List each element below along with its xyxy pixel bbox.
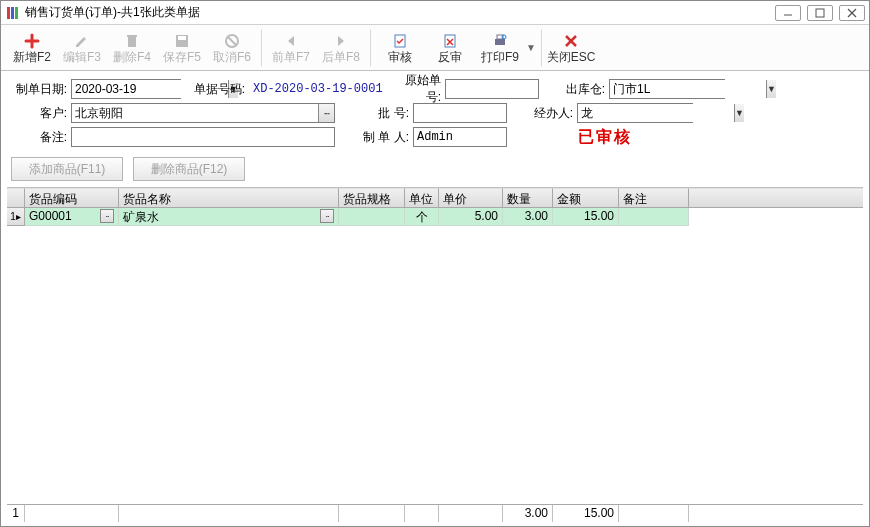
add-item-button[interactable]: 添加商品(F11) <box>11 157 123 181</box>
save-icon <box>173 32 191 50</box>
app-icon <box>5 5 21 21</box>
memo-label: 备注: <box>9 129 67 146</box>
col-amt[interactable]: 金额 <box>553 188 619 208</box>
footer-spec <box>339 505 405 522</box>
memo-input[interactable] <box>71 127 335 147</box>
unapprove-button[interactable]: 反审 <box>425 27 475 69</box>
col-unit[interactable]: 单位 <box>405 188 439 208</box>
delete-item-button[interactable]: 删除商品(F12) <box>133 157 245 181</box>
prev-label: 前单F7 <box>272 51 310 63</box>
cell-amt[interactable]: 15.00 <box>553 208 619 226</box>
svg-rect-8 <box>127 35 137 37</box>
grid-body[interactable]: 1▸ G00001·· 矿泉水·· 个 5.00 3.00 15.00 <box>7 208 863 504</box>
footer-spacer <box>689 505 863 522</box>
arrow-left-icon <box>282 32 300 50</box>
cell-code[interactable]: G00001·· <box>25 208 119 226</box>
delete-label: 删除F4 <box>113 51 151 63</box>
ellipsis-icon[interactable]: ··· <box>318 104 334 122</box>
outwh-label: 出库仓: <box>555 81 605 98</box>
docno-label: 单据号码: <box>185 81 245 98</box>
ellipsis-icon[interactable]: ·· <box>100 209 114 223</box>
add-label: 新增F2 <box>13 51 51 63</box>
delete-button[interactable]: 删除F4 <box>107 27 157 69</box>
close-icon <box>562 32 580 50</box>
cust-label: 客户: <box>9 105 67 122</box>
footer-amt: 15.00 <box>553 505 619 522</box>
batch-input[interactable] <box>413 103 507 123</box>
cell-price[interactable]: 5.00 <box>439 208 503 226</box>
cancel-label: 取消F6 <box>213 51 251 63</box>
col-code[interactable]: 货品编码 <box>25 188 119 208</box>
svg-line-12 <box>228 37 236 45</box>
col-memo[interactable]: 备注 <box>619 188 689 208</box>
approved-stamp: 已审核 <box>523 127 687 148</box>
cust-lookup[interactable]: ··· <box>71 103 335 123</box>
col-spacer <box>689 188 863 208</box>
svg-rect-7 <box>128 37 136 47</box>
cancel-button[interactable]: 取消F6 <box>207 27 257 69</box>
item-buttons: 添加商品(F11) 删除商品(F12) <box>1 153 869 187</box>
approve-button[interactable]: 审核 <box>375 27 425 69</box>
add-button[interactable]: 新增F2 <box>7 27 57 69</box>
date-combo[interactable]: ▼ <box>71 79 181 99</box>
trash-icon <box>123 32 141 50</box>
edit-button[interactable]: 编辑F3 <box>57 27 107 69</box>
minimize-button[interactable] <box>775 5 801 21</box>
handler-combo[interactable]: ▼ <box>577 103 693 123</box>
approve-label: 审核 <box>388 51 412 63</box>
close-label: 关闭ESC <box>547 51 596 63</box>
separator <box>541 30 542 66</box>
save-button[interactable]: 保存F5 <box>157 27 207 69</box>
next-button[interactable]: 后单F8 <box>316 27 366 69</box>
print-icon <box>491 32 509 50</box>
pencil-icon <box>73 32 91 50</box>
handler-input[interactable] <box>578 104 734 122</box>
print-label: 打印F9 <box>481 51 519 63</box>
cell-spec[interactable] <box>339 208 405 226</box>
maximize-button[interactable] <box>807 5 833 21</box>
cell-memo[interactable] <box>619 208 689 226</box>
edit-label: 编辑F3 <box>63 51 101 63</box>
col-price[interactable]: 单价 <box>439 188 503 208</box>
prev-button[interactable]: 前单F7 <box>266 27 316 69</box>
svg-rect-2 <box>15 7 18 19</box>
outwh-combo[interactable]: ▼ <box>609 79 725 99</box>
save-label: 保存F5 <box>163 51 201 63</box>
footer-memo <box>619 505 689 522</box>
undo-doc-icon <box>441 32 459 50</box>
footer-idx: 1 <box>7 505 25 522</box>
table-row[interactable]: 1▸ G00001·· 矿泉水·· 个 5.00 3.00 15.00 <box>7 208 863 226</box>
ellipsis-icon[interactable]: ·· <box>320 209 334 223</box>
print-dropdown[interactable]: ▼ <box>525 42 537 53</box>
maker-input[interactable] <box>413 127 507 147</box>
form-area: 制单日期: ▼ 单据号码: XD-2020-03-19-0001 原始单号: 出… <box>1 71 869 153</box>
cell-unit[interactable]: 个 <box>405 208 439 226</box>
svg-rect-10 <box>178 36 186 40</box>
window-title: 销售订货单(订单)-共1张此类单据 <box>25 4 775 21</box>
titlebar: 销售订货单(订单)-共1张此类单据 <box>1 1 869 25</box>
toolbar: 新增F2 编辑F3 删除F4 保存F5 取消F6 前单F7 后单F8 审核 反审… <box>1 25 869 71</box>
cell-name[interactable]: 矿泉水·· <box>119 208 339 226</box>
footer-name <box>119 505 339 522</box>
svg-rect-0 <box>7 7 10 19</box>
close-toolbar-button[interactable]: 关闭ESC <box>546 27 596 69</box>
arrow-right-icon <box>332 32 350 50</box>
handler-label: 经办人: <box>523 105 573 122</box>
dropdown-icon[interactable]: ▼ <box>766 80 776 98</box>
close-button[interactable] <box>839 5 865 21</box>
col-indicator <box>7 188 25 208</box>
outwh-input[interactable] <box>610 80 766 98</box>
col-qty[interactable]: 数量 <box>503 188 553 208</box>
col-spec[interactable]: 货品规格 <box>339 188 405 208</box>
cust-input[interactable] <box>72 104 318 122</box>
footer-code <box>25 505 119 522</box>
maker-label: 制 单 人: <box>359 129 409 146</box>
print-button[interactable]: 打印F9 <box>475 27 525 69</box>
orig-label: 原始单号: <box>391 72 441 106</box>
orig-input[interactable] <box>445 79 539 99</box>
dropdown-icon[interactable]: ▼ <box>734 104 744 122</box>
col-name[interactable]: 货品名称 <box>119 188 339 208</box>
svg-rect-1 <box>11 7 14 19</box>
unapprove-label: 反审 <box>438 51 462 63</box>
cell-qty[interactable]: 3.00 <box>503 208 553 226</box>
